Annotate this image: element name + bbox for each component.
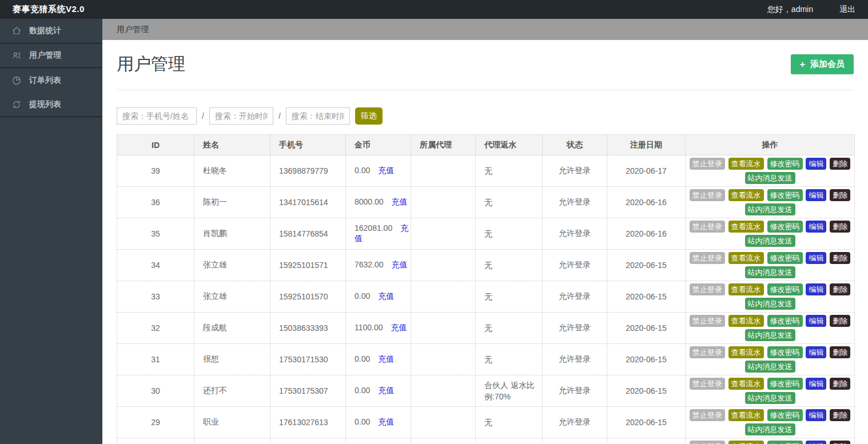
edit-button[interactable]: 编辑	[806, 189, 826, 201]
ban-login-button[interactable]: 禁止登录	[690, 315, 725, 327]
send-message-button[interactable]: 站内消息发送	[745, 423, 795, 435]
cell-phone: 15038633393	[270, 313, 346, 344]
cell-date: 2020-06-15	[607, 344, 686, 375]
ban-login-button[interactable]: 禁止登录	[690, 378, 725, 390]
send-message-button[interactable]: 站内消息发送	[745, 361, 795, 373]
page-title: 用户管理	[117, 53, 185, 76]
ban-login-button[interactable]: 禁止登录	[690, 283, 725, 295]
cell-actions: 禁止登录 查看流水 修改密码 编辑 删除 站内消息发送	[686, 375, 855, 407]
delete-button[interactable]: 删除	[830, 189, 850, 201]
recharge-link[interactable]: 充值	[391, 323, 407, 332]
edit-button[interactable]: 编辑	[806, 441, 826, 444]
view-transactions-button[interactable]: 查看流水	[728, 283, 764, 295]
view-transactions-button[interactable]: 查看流水	[728, 221, 764, 233]
delete-button[interactable]: 删除	[830, 378, 850, 390]
edit-button[interactable]: 编辑	[806, 409, 826, 421]
view-transactions-button[interactable]: 查看流水	[728, 158, 764, 170]
top-bar: 赛事竞猜系统V2.0 您好，admin 退出	[0, 0, 868, 19]
sidebar-item-label: 数据统计	[29, 26, 61, 36]
edit-button[interactable]: 编辑	[806, 252, 826, 264]
recharge-link[interactable]: 充值	[378, 166, 394, 175]
recharge-link[interactable]: 充值	[378, 417, 394, 426]
send-message-button[interactable]: 站内消息发送	[745, 172, 795, 184]
send-message-button[interactable]: 站内消息发送	[745, 266, 795, 278]
delete-button[interactable]: 删除	[830, 346, 850, 358]
search-start-time-input[interactable]	[209, 107, 273, 125]
change-password-button[interactable]: 修改密码	[767, 315, 803, 327]
send-message-button[interactable]: 站内消息发送	[745, 298, 795, 310]
delete-button[interactable]: 删除	[830, 252, 850, 264]
search-keyword-input[interactable]	[117, 107, 197, 125]
recharge-link[interactable]: 充值	[378, 291, 394, 301]
search-end-time-input[interactable]	[286, 107, 350, 125]
ban-login-button[interactable]: 禁止登录	[690, 409, 725, 421]
cell-name: 还打不	[194, 375, 270, 407]
ban-login-button[interactable]: 禁止登录	[690, 189, 725, 201]
change-password-button[interactable]: 修改密码	[767, 189, 803, 201]
cell-date: 2020-06-15	[607, 407, 686, 438]
cell-phone: 15925101571	[270, 250, 346, 281]
coin-value: 1100.00	[355, 323, 383, 332]
recharge-link[interactable]: 充值	[392, 197, 408, 206]
add-member-button[interactable]: + 添加会员	[791, 54, 854, 74]
ban-login-button[interactable]: 禁止登录	[690, 252, 725, 264]
filter-button[interactable]: 筛选	[355, 107, 383, 125]
cell-name: 肖凯鹏	[194, 218, 270, 250]
view-transactions-button[interactable]: 查看流水	[728, 409, 764, 421]
view-transactions-button[interactable]: 查看流水	[728, 252, 764, 264]
separator: /	[278, 111, 281, 121]
sidebar: 数据统计 用户管理 订单列表 提现列表	[0, 19, 102, 444]
sidebar-item-order-list[interactable]: 订单列表	[0, 68, 102, 93]
edit-button[interactable]: 编辑	[806, 378, 826, 390]
change-password-button[interactable]: 修改密码	[767, 252, 803, 264]
cell-id: 33	[117, 281, 194, 313]
send-message-button[interactable]: 站内消息发送	[745, 203, 795, 215]
sidebar-item-user-management[interactable]: 用户管理	[0, 43, 102, 68]
edit-button[interactable]: 编辑	[806, 283, 826, 295]
recharge-link[interactable]: 充值	[378, 354, 394, 363]
ban-login-button[interactable]: 禁止登录	[690, 221, 725, 233]
recharge-link[interactable]: 充值	[378, 386, 394, 395]
delete-button[interactable]: 删除	[830, 441, 850, 444]
edit-button[interactable]: 编辑	[806, 221, 826, 233]
cell-actions: 禁止登录 查看流水 修改密码 编辑 删除 站内消息发送	[686, 155, 855, 187]
delete-button[interactable]: 删除	[830, 221, 850, 233]
cell-phone: 15925101570	[270, 281, 346, 313]
recharge-link[interactable]: 充值	[392, 260, 408, 269]
separator: /	[202, 111, 204, 121]
view-transactions-button[interactable]: 查看流水	[728, 346, 764, 358]
edit-button[interactable]: 编辑	[806, 346, 826, 358]
view-transactions-button[interactable]: 查看流水	[728, 378, 764, 390]
sidebar-item-data-stats[interactable]: 数据统计	[0, 19, 102, 43]
edit-button[interactable]: 编辑	[806, 158, 826, 170]
edit-button[interactable]: 编辑	[806, 315, 826, 327]
delete-button[interactable]: 删除	[830, 315, 850, 327]
cell-agent	[411, 438, 476, 444]
breadcrumb-label: 用户管理	[117, 25, 149, 35]
sidebar-item-withdraw-list[interactable]: 提现列表	[0, 93, 102, 117]
change-password-button[interactable]: 修改密码	[767, 158, 803, 170]
delete-button[interactable]: 删除	[830, 158, 850, 170]
delete-button[interactable]: 删除	[830, 409, 850, 421]
cell-coins: 8000.00充值	[346, 187, 411, 218]
change-password-button[interactable]: 修改密码	[767, 346, 803, 358]
send-message-button[interactable]: 站内消息发送	[745, 329, 795, 341]
ban-login-button[interactable]: 禁止登录	[690, 158, 725, 170]
cell-name: 很想	[194, 344, 270, 375]
send-message-button[interactable]: 站内消息发送	[745, 235, 795, 247]
cell-date: 2020-06-15	[607, 375, 686, 407]
logout-link[interactable]: 退出	[839, 5, 855, 15]
change-password-button[interactable]: 修改密码	[767, 378, 803, 390]
view-transactions-button[interactable]: 查看流水	[728, 315, 764, 327]
view-transactions-button[interactable]: 查看流水	[728, 441, 764, 444]
delete-button[interactable]: 删除	[830, 283, 850, 295]
change-password-button[interactable]: 修改密码	[767, 441, 803, 444]
add-member-label: 添加会员	[810, 59, 845, 70]
change-password-button[interactable]: 修改密码	[767, 283, 803, 295]
ban-login-button[interactable]: 禁止登录	[690, 346, 725, 358]
send-message-button[interactable]: 站内消息发送	[745, 392, 795, 404]
change-password-button[interactable]: 修改密码	[767, 221, 803, 233]
ban-login-button[interactable]: 禁止登录	[690, 441, 725, 444]
view-transactions-button[interactable]: 查看流水	[728, 189, 764, 201]
change-password-button[interactable]: 修改密码	[767, 409, 803, 421]
